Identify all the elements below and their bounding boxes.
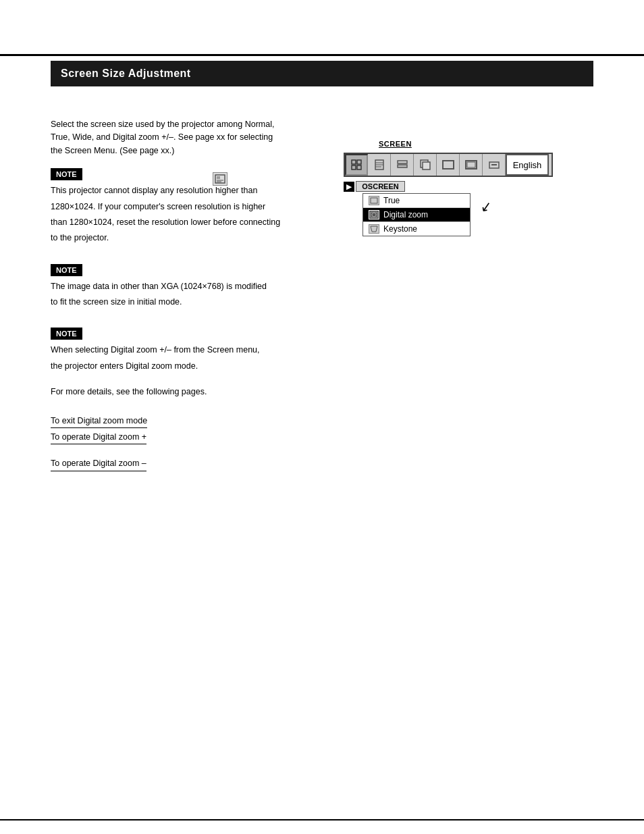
arrow-pointer: ↙ (479, 198, 493, 216)
bottom-rule (0, 819, 644, 820)
svg-rect-13 (398, 165, 407, 167)
svg-rect-18 (467, 162, 475, 167)
oscreen-label: OSCREEN (356, 181, 404, 192)
intro-text: Select the screen size used by the proje… (51, 118, 361, 157)
oscreen-badge: ▶ (344, 182, 354, 192)
toolbar-btn-4[interactable] (414, 154, 437, 176)
toolbar-btn-6[interactable] (460, 154, 483, 176)
svg-rect-6 (352, 165, 356, 170)
svg-marker-24 (371, 226, 377, 232)
dropdown-item-keystone[interactable]: Keystone (363, 222, 470, 236)
link-operate-digital-zoom-minus[interactable]: To operate Digital zoom – (51, 457, 146, 471)
link-exit-digital-zoom[interactable]: To exit Digital zoom mode (51, 415, 147, 428)
dropdown-icon-true (369, 196, 379, 205)
svg-rect-16 (443, 161, 454, 169)
svg-rect-21 (371, 198, 377, 203)
svg-point-23 (372, 213, 376, 217)
svg-rect-5 (357, 160, 361, 164)
note-section-3: NOTE When selecting Digital zoom +/– fro… (51, 328, 361, 472)
screen-dropdown: True Digital zoom (363, 193, 471, 236)
dropdown-item-true[interactable]: True (363, 194, 470, 208)
note-label-3: NOTE (51, 328, 82, 340)
svg-rect-7 (357, 165, 361, 170)
link-operate-digital-zoom-plus[interactable]: To operate Digital zoom + (51, 431, 146, 444)
dropdown-icon-digital-zoom (369, 210, 379, 219)
dropdown-item-digital-zoom[interactable]: Digital zoom (363, 208, 470, 222)
note-label-1: NOTE (51, 168, 82, 180)
note-label-2: NOTE (51, 264, 82, 276)
toolbar-btn-5[interactable] (437, 154, 460, 176)
left-column: Select the screen size used by the proje… (51, 111, 361, 492)
dropdown-icon-keystone (369, 224, 379, 234)
screen-label-top: SCREEN (379, 140, 412, 148)
toolbar-btn-2[interactable] (368, 154, 391, 176)
small-icon (213, 172, 227, 186)
svg-rect-4 (352, 160, 356, 164)
svg-rect-12 (398, 161, 407, 163)
main-content: Select the screen size used by the proje… (51, 98, 593, 814)
note-section-2: NOTE The image data in other than XGA (1… (51, 264, 361, 309)
top-rule (0, 54, 644, 56)
title-bar-text: Screen Size Adjustment (61, 68, 191, 80)
svg-rect-1 (217, 176, 220, 179)
title-bar: Screen Size Adjustment (51, 61, 593, 86)
note-section-1: NOTE This projector cannot display any r… (51, 168, 361, 245)
oscreen-row: ▶ OSCREEN (344, 181, 593, 192)
toolbar: English (344, 153, 553, 177)
english-button[interactable]: English (506, 154, 549, 176)
dropdown-wrap: True Digital zoom (344, 193, 471, 236)
toolbar-btn-7[interactable] (483, 154, 506, 176)
toolbar-btn-1[interactable] (345, 154, 368, 176)
svg-rect-15 (423, 162, 430, 170)
toolbar-btn-3[interactable] (391, 154, 414, 176)
right-column: SCREEN (344, 111, 593, 236)
